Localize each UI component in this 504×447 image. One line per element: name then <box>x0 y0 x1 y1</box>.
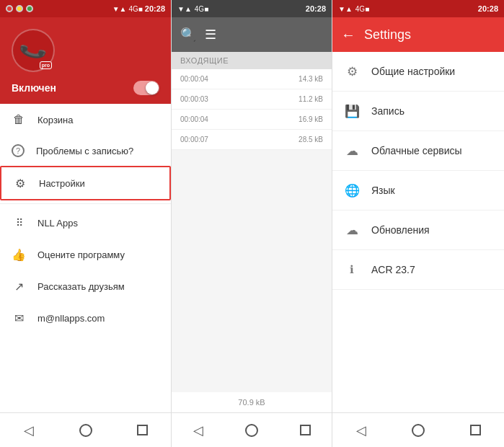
home-icon-left <box>79 424 92 437</box>
back-arrow-icon[interactable]: ← <box>341 27 355 43</box>
settings-item-general[interactable]: ⚙ Общие настройки <box>332 52 504 92</box>
time-right: 20:28 <box>478 4 498 13</box>
settings-label-about: ACR 23.7 <box>371 264 415 275</box>
menu-label-trash: Корзина <box>37 115 74 125</box>
settings-item-language[interactable]: 🌐 Язык <box>332 171 504 211</box>
battery-middle: 4G■ <box>195 5 208 13</box>
battery-icon-left: 4G■ <box>128 5 142 13</box>
language-icon: 🌐 <box>344 182 360 198</box>
home-button-right[interactable] <box>404 416 433 445</box>
dot-maximize[interactable] <box>26 5 33 12</box>
pro-badge: pro <box>40 61 52 69</box>
screen-middle: ▼▲ 4G■ 20:28 🔍 ☰ ВХОДЯЩИЕ 00:00:04 14.3 … <box>172 0 332 447</box>
status-left-middle: ▼▲ 4G■ <box>177 5 208 13</box>
settings-label-language: Язык <box>371 185 395 196</box>
time-left: 20:28 <box>145 4 165 13</box>
back-button-right[interactable]: ◁ <box>347 416 376 445</box>
call-size-3: 28.5 kB <box>299 136 323 143</box>
drawer-menu: 🗑 Корзина ? Проблемы с записью? ⚙ Настро… <box>0 104 171 412</box>
settings-item-about[interactable]: ℹ ACR 23.7 <box>332 250 504 290</box>
general-icon: ⚙ <box>344 63 360 79</box>
status-bar-left: ▼▲ 4G■ 20:28 <box>0 0 171 17</box>
enabled-toggle[interactable] <box>133 81 159 95</box>
menu-item-email[interactable]: ✉ m@nllapps.com <box>0 302 171 334</box>
home-icon-right <box>412 424 425 437</box>
dot-close[interactable] <box>6 5 13 12</box>
settings-label-record: Запись <box>371 105 404 117</box>
status-left-right: ▼▲ 4G■ <box>338 5 369 13</box>
menu-item-share[interactable]: ↗ Рассказать друзьям <box>0 270 171 302</box>
rate-icon: 👍 <box>12 247 26 262</box>
section-label: ВХОДЯЩИЕ <box>180 56 229 65</box>
about-icon: ℹ <box>344 262 360 278</box>
call-item-3[interactable]: 00:00:07 28.5 kB <box>172 130 332 150</box>
menu-divider <box>0 203 171 204</box>
call-item-0[interactable]: 00:00:04 14.3 kB <box>172 69 332 89</box>
call-duration-3: 00:00:07 <box>180 136 208 143</box>
call-size-0: 14.3 kB <box>299 75 323 83</box>
settings-item-cloud[interactable]: ☁ Облачные сервисы <box>332 131 504 171</box>
back-icon-middle: ◁ <box>193 422 203 438</box>
signal-icon-left: ▼▲ <box>112 5 127 13</box>
screen-right: ▼▲ 4G■ 20:28 ← Settings ⚙ Общие настройк… <box>332 0 504 447</box>
back-icon-left: ◁ <box>24 422 34 438</box>
nav-bar-right: ◁ <box>332 412 504 447</box>
screen-left: ▼▲ 4G■ 20:28 📞 pro Включен 🗑 Корзина <box>0 0 172 447</box>
nav-bar-left: ◁ <box>0 412 171 447</box>
recent-button-middle[interactable] <box>291 416 319 445</box>
nav-bar-middle: ◁ <box>172 412 332 447</box>
total-size-label: 70.9 kB <box>238 398 265 407</box>
settings-icon: ⚙ <box>13 176 27 190</box>
filter-icon-middle[interactable]: ☰ <box>205 27 216 43</box>
recent-button-right[interactable] <box>461 416 490 445</box>
menu-label-email: m@nllapps.com <box>37 313 105 324</box>
home-button-left[interactable] <box>71 416 100 445</box>
settings-list: ⚙ Общие настройки 💾 Запись ☁ Облачные се… <box>332 52 504 412</box>
menu-label-share: Рассказать друзьям <box>37 281 125 292</box>
menu-item-settings[interactable]: ⚙ Настройки <box>0 166 171 200</box>
drawer-header: 📞 pro Включен <box>0 17 171 104</box>
dot-minimize[interactable] <box>16 5 23 12</box>
toolbar-right: ← Settings <box>332 17 504 52</box>
menu-label-help: Проблемы с записью? <box>36 146 133 156</box>
back-button-middle[interactable]: ◁ <box>184 416 213 445</box>
recent-button-left[interactable] <box>128 416 157 445</box>
total-size: 70.9 kB <box>172 392 332 412</box>
menu-label-rate: Оцените программу <box>37 249 125 260</box>
cloud-icon: ☁ <box>344 143 360 159</box>
time-middle: 20:28 <box>306 4 326 13</box>
settings-toolbar-title: Settings <box>364 27 411 43</box>
battery-right: 4G■ <box>355 5 369 13</box>
call-list-spacer <box>172 150 332 392</box>
settings-item-record[interactable]: 💾 Запись <box>332 92 504 131</box>
call-size-1: 11.2 kB <box>299 95 323 103</box>
status-bar-right: ▼▲ 4G■ 20:28 <box>332 0 504 17</box>
back-icon-right: ◁ <box>356 422 366 438</box>
menu-item-rate[interactable]: 👍 Оцените программу <box>0 239 171 270</box>
call-item-1[interactable]: 00:00:03 11.2 kB <box>172 89 332 110</box>
menu-item-help[interactable]: ? Проблемы с записью? <box>0 136 171 166</box>
settings-item-updates[interactable]: ☁ Обновления <box>332 211 504 250</box>
menu-item-apps[interactable]: ⠿ NLL Apps <box>0 207 171 239</box>
settings-label-updates: Обновления <box>371 224 430 236</box>
window-controls <box>6 5 33 12</box>
signal-right: ▼▲ <box>338 5 353 13</box>
back-button-left[interactable]: ◁ <box>14 416 43 445</box>
search-icon-middle[interactable]: 🔍 <box>180 27 196 43</box>
home-button-middle[interactable] <box>237 416 266 445</box>
enabled-label: Включен <box>12 82 56 94</box>
call-duration-0: 00:00:04 <box>180 75 208 83</box>
app-logo: 📞 pro <box>12 29 55 72</box>
call-item-2[interactable]: 00:00:04 16.9 kB <box>172 110 332 130</box>
menu-label-settings: Настройки <box>39 178 85 189</box>
status-right-left: ▼▲ 4G■ 20:28 <box>112 4 165 13</box>
enabled-row: Включен <box>12 81 159 95</box>
recent-icon-right <box>470 425 481 435</box>
trash-icon: 🗑 <box>12 112 26 127</box>
share-icon: ↗ <box>12 279 26 293</box>
section-header-incoming: ВХОДЯЩИЕ <box>172 52 332 69</box>
help-icon: ? <box>12 144 25 157</box>
menu-item-trash[interactable]: 🗑 Корзина <box>0 104 171 136</box>
call-size-2: 16.9 kB <box>299 115 323 123</box>
home-icon-middle <box>245 424 258 437</box>
